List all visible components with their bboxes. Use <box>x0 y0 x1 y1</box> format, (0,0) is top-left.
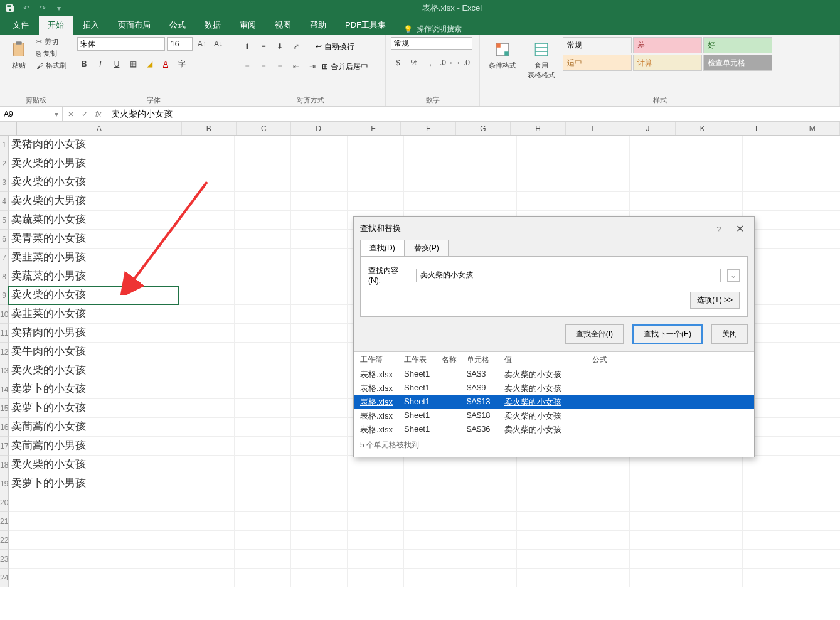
cell-G4[interactable] <box>460 192 517 210</box>
cell-F19[interactable] <box>404 474 460 493</box>
cell-C15[interactable] <box>235 399 291 417</box>
cell-I22[interactable] <box>573 531 630 549</box>
style-good[interactable]: 好 <box>703 37 772 53</box>
align-bottom-icon[interactable]: ⬇ <box>273 40 287 53</box>
tell-me-search[interactable]: 💡 操作说明搜索 <box>403 24 462 35</box>
cell-A24[interactable] <box>9 569 178 587</box>
options-button[interactable]: 选项(T) >> <box>690 292 740 309</box>
tab-insert[interactable]: 插入 <box>74 16 108 35</box>
cell-I18[interactable] <box>573 456 630 474</box>
cell-C14[interactable] <box>235 380 291 398</box>
cell-B15[interactable] <box>178 399 235 417</box>
cell-G23[interactable] <box>460 550 517 568</box>
row-header-10[interactable]: 10 <box>0 305 9 324</box>
col-header-G[interactable]: G <box>456 122 511 135</box>
cell-A3[interactable]: 卖火柴的小女孩 <box>9 173 178 191</box>
currency-icon[interactable]: $ <box>391 56 405 70</box>
cell-D11[interactable] <box>291 324 348 342</box>
col-header-M[interactable]: M <box>785 122 840 135</box>
cell-I20[interactable] <box>573 493 630 511</box>
cell-B8[interactable] <box>178 267 235 286</box>
phonetic-button[interactable]: 字 <box>175 57 189 71</box>
cell-I1[interactable] <box>573 136 630 154</box>
cell-H21[interactable] <box>517 512 573 530</box>
cell-E24[interactable] <box>348 569 404 587</box>
cell-D21[interactable] <box>291 512 348 530</box>
cell-A15[interactable]: 卖萝卜的小女孩 <box>9 399 178 417</box>
cell-A17[interactable]: 卖茼蒿的小男孩 <box>9 437 178 455</box>
cell-J21[interactable] <box>630 512 686 530</box>
col-header-D[interactable]: D <box>291 122 346 135</box>
number-format-select[interactable] <box>391 37 472 50</box>
cell-D10[interactable] <box>291 305 348 323</box>
cell-C7[interactable] <box>235 249 291 267</box>
cell-I19[interactable] <box>573 474 630 493</box>
cell-C5[interactable] <box>235 211 291 229</box>
cell-E4[interactable] <box>348 192 404 210</box>
cell-E2[interactable] <box>348 154 404 173</box>
row-header-15[interactable]: 15 <box>0 399 9 418</box>
cell-L19[interactable] <box>743 474 799 493</box>
percent-icon[interactable]: % <box>407 56 421 70</box>
cancel-icon[interactable]: ✕ <box>68 110 74 119</box>
cell-J24[interactable] <box>630 569 686 587</box>
row-header-12[interactable]: 12 <box>0 343 9 361</box>
cell-J23[interactable] <box>630 550 686 568</box>
row-header-9[interactable]: 9 <box>0 286 9 305</box>
cell-F1[interactable] <box>404 136 460 154</box>
cell-G2[interactable] <box>460 154 517 173</box>
tab-data[interactable]: 数据 <box>196 16 230 35</box>
tab-formula[interactable]: 公式 <box>161 16 194 35</box>
row-header-8[interactable]: 8 <box>0 267 9 286</box>
cell-M14[interactable] <box>799 380 840 398</box>
cell-M6[interactable] <box>799 230 840 248</box>
cell-H20[interactable] <box>517 493 573 511</box>
cell-K20[interactable] <box>686 493 743 511</box>
cell-M9[interactable] <box>799 286 840 304</box>
cell-K24[interactable] <box>686 569 743 587</box>
cell-L18[interactable] <box>743 456 799 474</box>
cell-E1[interactable] <box>348 136 404 154</box>
result-row-1[interactable]: 表格.xlsx Sheet1 $A$9 卖火柴的小女孩 <box>354 382 754 395</box>
cell-I2[interactable] <box>573 154 630 173</box>
close-button[interactable]: 关闭 <box>711 324 748 344</box>
cell-B18[interactable] <box>178 456 235 474</box>
underline-button[interactable]: U <box>110 57 124 71</box>
merge-center-button[interactable]: ⊞合并后居中 <box>322 61 368 72</box>
cell-J19[interactable] <box>630 474 686 493</box>
cell-A20[interactable] <box>9 493 178 511</box>
cell-F4[interactable] <box>404 192 460 210</box>
cell-M21[interactable] <box>799 512 840 530</box>
tab-layout[interactable]: 页面布局 <box>109 16 159 35</box>
cell-C13[interactable] <box>235 361 291 380</box>
cell-D7[interactable] <box>291 249 348 267</box>
cell-D4[interactable] <box>291 192 348 210</box>
cell-A23[interactable] <box>9 550 178 568</box>
formula-input[interactable]: 卖火柴的小女孩 <box>106 109 840 120</box>
undo-icon[interactable]: ↶ <box>21 3 31 13</box>
cell-F22[interactable] <box>404 531 460 549</box>
row-header-11[interactable]: 11 <box>0 324 9 343</box>
cell-K1[interactable] <box>686 136 743 154</box>
cell-J3[interactable] <box>630 173 686 191</box>
cut-button[interactable]: ✂剪切 <box>36 37 66 46</box>
cell-A6[interactable]: 卖青菜的小女孩 <box>9 230 178 248</box>
cell-C18[interactable] <box>235 456 291 474</box>
cell-J4[interactable] <box>630 192 686 210</box>
cell-B24[interactable] <box>178 569 235 587</box>
copy-button[interactable]: ⎘复制 <box>36 49 66 58</box>
border-button[interactable]: ▦ <box>126 57 140 71</box>
cell-B7[interactable] <box>178 249 235 267</box>
cell-M2[interactable] <box>799 154 840 173</box>
cell-G24[interactable] <box>460 569 517 587</box>
tab-replace-dlg[interactable]: 替换(P) <box>405 240 449 256</box>
cell-M24[interactable] <box>799 569 840 587</box>
cell-C24[interactable] <box>235 569 291 587</box>
cell-M15[interactable] <box>799 399 840 417</box>
increase-decimal-icon[interactable]: .0→ <box>440 56 454 70</box>
cell-B2[interactable] <box>178 154 235 173</box>
cell-K21[interactable] <box>686 512 743 530</box>
italic-button[interactable]: I <box>93 57 107 71</box>
cell-H24[interactable] <box>517 569 573 587</box>
cell-D17[interactable] <box>291 437 348 455</box>
